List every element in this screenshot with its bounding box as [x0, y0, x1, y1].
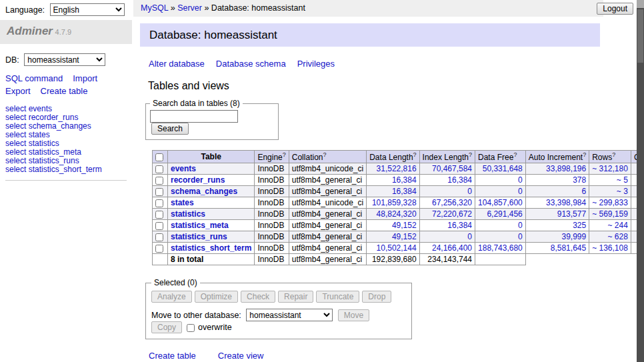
row-checkbox[interactable] [155, 222, 163, 230]
language-select[interactable]: English [50, 3, 125, 16]
action-alter-database[interactable]: Alter database [149, 59, 205, 69]
rows-link[interactable]: ~ 299,833 [592, 198, 628, 207]
sidebar-select-states[interactable]: select states [5, 131, 127, 139]
scrollbar[interactable] [637, 0, 644, 362]
table-link-states[interactable]: states [171, 198, 194, 207]
index-length-link[interactable]: 72,220,672 [432, 209, 472, 219]
data-length-link[interactable]: 49,152 [392, 232, 417, 241]
sidebar-select-schema-changes[interactable]: select schema_changes [5, 122, 127, 131]
overwrite-checkbox[interactable] [187, 324, 195, 332]
drop-button[interactable]: Drop [362, 291, 391, 303]
action-privileges[interactable]: Privileges [297, 59, 335, 69]
row-checkbox[interactable] [155, 188, 163, 196]
db-select[interactable]: homeassistant [24, 53, 105, 66]
auto-increment-link[interactable]: 33,898,196 [546, 164, 586, 173]
auto-increment-link[interactable]: 39,999 [561, 232, 586, 241]
move-button[interactable]: Move [338, 309, 369, 321]
doc-help-link[interactable]: ? [513, 151, 517, 158]
column-header-engine[interactable]: Engine? [255, 151, 289, 163]
select-all-checkbox[interactable] [155, 153, 163, 161]
data-length-link[interactable]: 16,384 [392, 175, 417, 185]
table-link-statistics-runs[interactable]: statistics_runs [171, 232, 227, 241]
rows-link[interactable]: ~ 628 [608, 232, 628, 241]
auto-increment-link[interactable]: 6 [581, 187, 586, 196]
row-checkbox[interactable] [155, 177, 163, 185]
analyze-button[interactable]: Analyze [151, 291, 192, 303]
check-button[interactable]: Check [241, 291, 275, 303]
index-length-link[interactable]: 0 [467, 232, 472, 241]
link-create-table[interactable]: Create table [149, 351, 196, 361]
data-length-link[interactable]: 16,384 [392, 187, 417, 196]
row-checkbox[interactable] [155, 199, 163, 207]
auto-increment-link[interactable]: 378 [573, 175, 586, 185]
table-link-events[interactable]: events [171, 164, 196, 173]
data-length-link[interactable]: 10,502,144 [377, 243, 417, 253]
scrollbar-thumb[interactable] [637, 9, 643, 63]
doc-help-link[interactable]: ? [612, 151, 615, 158]
sidebar-link-create-table[interactable]: Create table [41, 86, 88, 96]
data-free-link[interactable]: 188,743,680 [478, 243, 523, 253]
sidebar-select-statistics[interactable]: select statistics [5, 139, 127, 148]
doc-help-link[interactable]: ? [283, 151, 286, 158]
data-length-link[interactable]: 49,152 [392, 221, 417, 230]
table-link-statistics-meta[interactable]: statistics_meta [171, 221, 229, 230]
breadcrumb-mysql[interactable]: MySQL [141, 3, 168, 13]
rows-link[interactable]: ~ 5 [617, 175, 628, 185]
column-header-index-length[interactable]: Index Length? [419, 151, 475, 163]
index-length-link[interactable]: 0 [467, 187, 472, 196]
truncate-button[interactable]: Truncate [316, 291, 359, 303]
column-header-auto-increment[interactable]: Auto Increment? [525, 151, 589, 163]
table-link-schema-changes[interactable]: schema_changes [171, 187, 237, 196]
copy-button[interactable]: Copy [151, 321, 182, 333]
optimize-button[interactable]: Optimize [195, 291, 238, 303]
data-length-link[interactable]: 31,522,816 [377, 164, 417, 173]
row-checkbox[interactable] [155, 165, 163, 173]
doc-help-link[interactable]: ? [413, 151, 417, 158]
row-checkbox[interactable] [155, 211, 163, 219]
sidebar-link-import[interactable]: Import [73, 73, 97, 83]
logout-button[interactable]: Logout [597, 3, 633, 15]
doc-help-link[interactable]: ? [323, 151, 326, 158]
auto-increment-link[interactable]: 8,581,645 [551, 243, 586, 253]
column-header-data-length[interactable]: Data Length? [367, 151, 419, 163]
sidebar-select-statistics-runs[interactable]: select statistics_runs [5, 157, 127, 165]
table-link-statistics-short-term[interactable]: statistics_short_term [171, 243, 251, 253]
auto-increment-link[interactable]: 33,398,984 [546, 198, 586, 207]
index-length-link[interactable]: 16,384 [447, 175, 472, 185]
table-link-recorder-runs[interactable]: recorder_runs [171, 175, 225, 185]
sidebar-select-statistics-meta[interactable]: select statistics_meta [5, 148, 127, 157]
row-checkbox[interactable] [155, 233, 163, 241]
doc-help-link[interactable]: ? [583, 151, 586, 158]
index-length-link[interactable]: 24,166,400 [432, 243, 472, 253]
rows-link[interactable]: ~ 244 [608, 221, 628, 230]
column-header-collation[interactable]: Collation? [289, 151, 366, 163]
rows-link[interactable]: ~ 312,180 [592, 164, 628, 173]
search-input[interactable] [150, 110, 238, 123]
data-free-link[interactable]: 0 [518, 187, 523, 196]
sidebar-link-export[interactable]: Export [5, 86, 31, 96]
move-db-select[interactable]: homeassistant [246, 309, 333, 321]
data-free-link[interactable]: 0 [518, 175, 523, 185]
rows-link[interactable]: ~ 569,159 [592, 209, 628, 219]
data-free-link[interactable]: 0 [518, 232, 523, 241]
sidebar-select-statistics-short-term[interactable]: select statistics_short_term [5, 165, 127, 174]
sidebar-link-sql-command[interactable]: SQL command [5, 73, 63, 83]
index-length-link[interactable]: 16,384 [447, 221, 472, 230]
repair-button[interactable]: Repair [278, 291, 313, 303]
search-button[interactable]: Search [151, 123, 189, 135]
auto-increment-link[interactable]: 325 [573, 221, 586, 230]
data-length-link[interactable]: 48,824,320 [377, 209, 417, 219]
column-header-data-free[interactable]: Data Free? [475, 151, 526, 163]
data-length-link[interactable]: 101,859,328 [372, 198, 417, 207]
sidebar-select-recorder-runs[interactable]: select recorder_runs [5, 113, 127, 122]
data-free-link[interactable]: 50,331,648 [483, 164, 523, 173]
sidebar-select-events[interactable]: select events [5, 105, 127, 113]
data-free-link[interactable]: 0 [518, 221, 523, 230]
rows-link[interactable]: ~ 3 [617, 187, 628, 196]
doc-help-link[interactable]: ? [469, 151, 472, 158]
action-database-schema[interactable]: Database schema [216, 59, 286, 69]
data-free-link[interactable]: 6,291,456 [487, 209, 522, 219]
index-length-link[interactable]: 67,256,320 [432, 198, 472, 207]
row-checkbox[interactable] [155, 245, 163, 253]
column-header-rows[interactable]: Rows? [589, 151, 631, 163]
